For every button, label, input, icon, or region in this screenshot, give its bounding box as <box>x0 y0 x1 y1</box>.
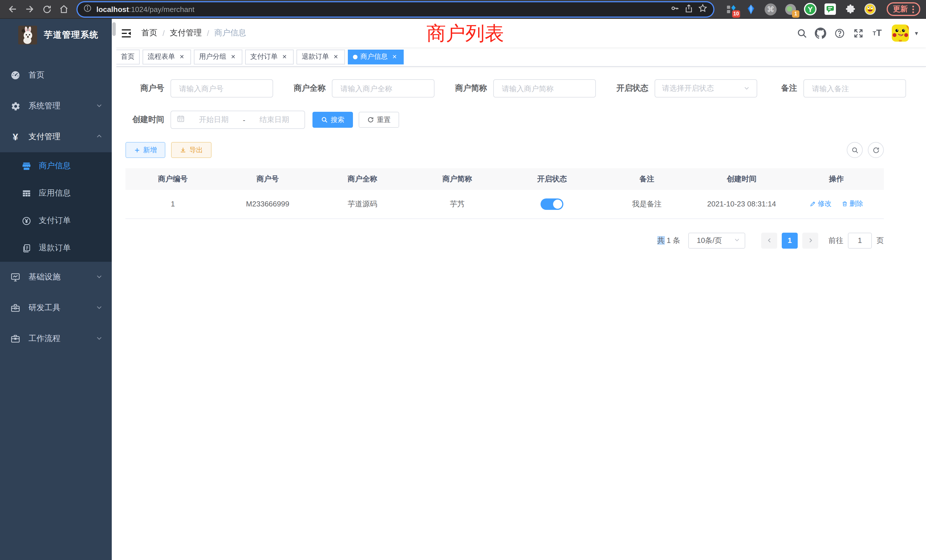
extension-grid-icon[interactable]: 10 <box>725 3 737 15</box>
search-button[interactable]: 搜索 <box>312 112 353 128</box>
breadcrumb-payment[interactable]: 支付管理 <box>170 28 202 38</box>
status-label: 开启状态 <box>610 83 648 94</box>
add-button[interactable]: 新增 <box>126 142 165 158</box>
edit-button[interactable]: 修改 <box>809 199 831 209</box>
extension-y-icon[interactable]: Y <box>804 3 817 15</box>
browser-forward-icon[interactable] <box>23 2 36 16</box>
chevron-up-icon <box>96 132 103 141</box>
github-icon[interactable] <box>813 24 828 42</box>
remark-input[interactable] <box>811 83 899 93</box>
status-select[interactable]: 请选择开启状态 <box>655 79 757 97</box>
extension-recorder-icon[interactable]: 1 <box>784 3 797 15</box>
col-full-name[interactable]: 商户全称 <box>315 168 410 190</box>
close-icon[interactable]: ✕ <box>178 53 186 61</box>
export-button[interactable]: 导出 <box>171 142 212 158</box>
next-page-button[interactable] <box>802 232 818 248</box>
breadcrumb-home[interactable]: 首页 <box>141 28 157 38</box>
filter-row-2: 创建时间 开始日期 - 结束日期 搜索 <box>126 110 926 129</box>
browser-home-icon[interactable] <box>57 2 71 16</box>
close-icon[interactable]: ✕ <box>229 53 237 61</box>
col-merchant-id[interactable]: 商户编号 <box>126 168 220 190</box>
sidebar-item-home[interactable]: 首页 <box>0 60 112 91</box>
sidebar-scrollbar[interactable] <box>112 19 117 560</box>
sidebar-logo[interactable]: 芋道管理系统 <box>0 19 112 51</box>
table-row: 1 M233666999 芋道源码 芋艿 我是备注 2021-10-23 08:… <box>126 190 884 218</box>
close-icon[interactable]: ✕ <box>390 53 399 61</box>
create-time-range-picker[interactable]: 开始日期 - 结束日期 <box>171 110 305 129</box>
extensions-puzzle-icon[interactable] <box>844 3 856 15</box>
tag-label: 用户分组 <box>199 52 226 62</box>
browser-profile-avatar[interactable] <box>864 3 876 15</box>
url-bar[interactable]: localhost:1024/pay/merchant <box>77 2 713 16</box>
merchant-no-field <box>171 79 273 97</box>
sidebar-item-label: 首页 <box>29 70 103 80</box>
tag-label: 退款订单 <box>302 52 329 62</box>
browser-reload-icon[interactable] <box>40 2 54 16</box>
tag-label: 支付订单 <box>250 52 278 62</box>
col-short-name[interactable]: 商户简称 <box>410 168 505 190</box>
tag-refund-order[interactable]: 退款订单✕ <box>297 49 345 64</box>
chevron-down-icon <box>96 303 103 312</box>
navbar-actions: TT ▾ <box>794 24 918 42</box>
status-toggle[interactable] <box>540 198 563 210</box>
sidebar-item-refund-order[interactable]: 退款订单 <box>0 235 112 262</box>
tag-merchant-info[interactable]: 商户信息✕ <box>348 49 404 64</box>
page-1-button[interactable]: 1 <box>782 232 798 248</box>
user-avatar[interactable] <box>892 24 909 42</box>
extension-chat-icon[interactable] <box>824 3 837 15</box>
sidebar-item-workflow[interactable]: 工作流程 <box>0 323 112 354</box>
font-size-icon[interactable]: TT <box>870 24 885 42</box>
merchant-no-input[interactable] <box>178 83 266 93</box>
total-prefix: 共 <box>657 236 664 244</box>
jump-page-input[interactable] <box>848 232 872 248</box>
tag-user-group[interactable]: 用户分组✕ <box>194 49 242 64</box>
col-create-time[interactable]: 创建时间 <box>694 168 789 190</box>
sidebar-item-payment[interactable]: ¥ 支付管理 <box>0 121 112 152</box>
fullscreen-icon[interactable] <box>851 24 866 42</box>
short-name-input[interactable] <box>501 83 589 93</box>
help-icon[interactable] <box>832 24 847 42</box>
close-icon[interactable]: ✕ <box>280 53 289 61</box>
refresh-table-button[interactable] <box>868 142 884 158</box>
delete-button[interactable]: 删除 <box>841 199 863 209</box>
tag-process-form[interactable]: 流程表单✕ <box>142 49 191 64</box>
tag-home[interactable]: 首页 <box>116 49 140 64</box>
url-text[interactable]: localhost:1024/pay/merchant <box>96 5 666 14</box>
table-tools <box>847 142 884 158</box>
browser-back-icon[interactable] <box>6 2 20 16</box>
scrollbar-thumb[interactable] <box>112 22 116 36</box>
reset-button[interactable]: 重置 <box>359 112 399 128</box>
breadcrumb-separator: / <box>162 29 165 38</box>
sidebar-item-dev-tools[interactable]: 研发工具 <box>0 292 112 323</box>
browser-update-button[interactable]: 更新 <box>887 2 920 16</box>
search-button-label: 搜索 <box>331 115 344 125</box>
col-merchant-no[interactable]: 商户号 <box>220 168 315 190</box>
sidebar-item-pay-order[interactable]: 支付订单 <box>0 207 112 235</box>
sidebar-item-system[interactable]: 系统管理 <box>0 91 112 121</box>
sidebar-collapse-icon[interactable] <box>120 27 132 39</box>
toggle-search-button[interactable] <box>847 142 863 158</box>
page-size-select[interactable]: 10条/页 <box>688 232 745 248</box>
site-info-icon[interactable] <box>83 4 92 14</box>
search-icon[interactable] <box>794 24 809 42</box>
col-actions[interactable]: 操作 <box>789 168 884 190</box>
col-remark[interactable]: 备注 <box>599 168 694 190</box>
url-path: :1024/pay/merchant <box>129 5 194 14</box>
sidebar-item-app-info[interactable]: 应用信息 <box>0 180 112 207</box>
share-icon[interactable] <box>684 4 693 15</box>
main-area: 首页 / 支付管理 / 商户信息 <box>112 19 926 560</box>
full-name-input[interactable] <box>339 83 427 93</box>
col-status[interactable]: 开启状态 <box>505 168 599 190</box>
sidebar-item-infrastructure[interactable]: 基础设施 <box>0 262 112 292</box>
prev-page-button[interactable] <box>761 232 777 248</box>
total-suffix: 条 <box>673 236 680 244</box>
extension-command-icon[interactable]: ⌘ <box>765 3 776 15</box>
avatar-caret-icon[interactable]: ▾ <box>915 29 918 37</box>
bookmark-star-icon[interactable] <box>698 3 708 15</box>
tag-pay-order[interactable]: 支付订单✕ <box>245 49 294 64</box>
extension-pin-icon[interactable] <box>745 3 757 15</box>
browser-menu-icon[interactable] <box>912 5 914 13</box>
close-icon[interactable]: ✕ <box>332 53 340 61</box>
password-key-icon[interactable] <box>670 3 680 15</box>
sidebar-item-merchant[interactable]: 商户信息 <box>0 152 112 180</box>
